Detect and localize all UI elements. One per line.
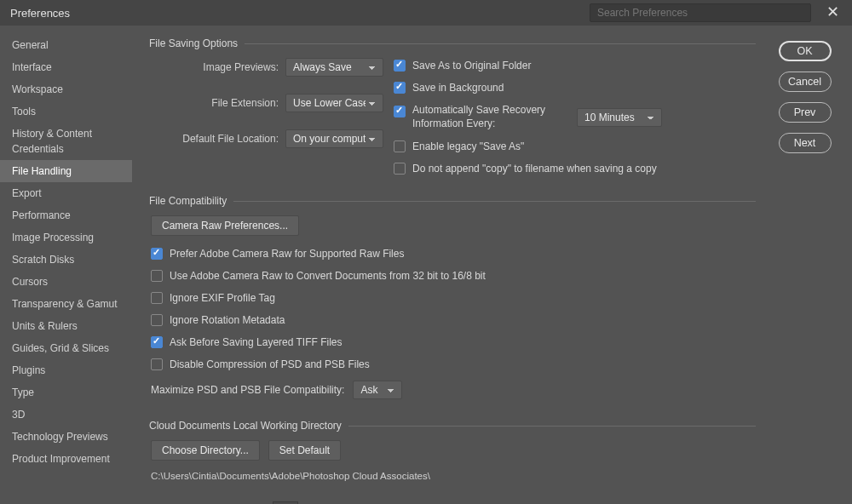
sidebar-item-technology-previews[interactable]: Technology Previews xyxy=(0,426,132,448)
camera-raw-preferences-button[interactable]: Camera Raw Preferences... xyxy=(151,215,299,236)
auto-save-interval-select[interactable]: 10 Minutes xyxy=(577,108,662,127)
file-saving-options-group: File Saving Options Image Previews: Alwa… xyxy=(147,37,756,180)
sidebar-item-units-rulers[interactable]: Units & Rulers xyxy=(0,315,132,337)
set-default-button[interactable]: Set Default xyxy=(268,440,341,461)
save-in-background-checkbox[interactable]: Save in Background xyxy=(394,82,662,94)
sidebar-item-image-processing[interactable]: Image Processing xyxy=(0,226,132,249)
ignore-rotation-checkbox[interactable]: Ignore Rotation Metadata xyxy=(151,314,752,326)
default-file-location-select[interactable]: On your computer xyxy=(285,129,383,148)
ok-button[interactable]: OK xyxy=(779,41,832,61)
cancel-button[interactable]: Cancel xyxy=(779,72,832,92)
sidebar-item-interface[interactable]: Interface xyxy=(0,56,132,78)
sidebar-item-plugins[interactable]: Plugins xyxy=(0,359,132,381)
image-previews-select[interactable]: Always Save xyxy=(285,58,383,77)
sidebar-item-export[interactable]: Export xyxy=(0,182,132,204)
sidebar-item-general[interactable]: General xyxy=(0,34,132,56)
preferences-sidebar: GeneralInterfaceWorkspaceToolsHistory & … xyxy=(0,26,132,504)
titlebar: Preferences ✕ xyxy=(0,0,852,26)
window-title: Preferences xyxy=(10,7,70,20)
prev-button[interactable]: Prev xyxy=(779,102,832,123)
sidebar-item-file-handling[interactable]: File Handling xyxy=(0,160,132,182)
sidebar-item-type[interactable]: Type xyxy=(0,381,132,404)
prefer-acr-checkbox[interactable]: Prefer Adobe Camera Raw for Supported Ra… xyxy=(151,248,752,260)
close-icon[interactable]: ✕ xyxy=(825,5,840,20)
image-previews-label: Image Previews: xyxy=(151,61,279,73)
default-file-location-label: Default File Location: xyxy=(151,133,279,145)
sidebar-item-cursors[interactable]: Cursors xyxy=(0,271,132,293)
file-saving-options-legend: File Saving Options xyxy=(147,37,245,49)
cloud-directory-path: C:\Users\Cintia\Documents\Adobe\Photosho… xyxy=(151,471,752,481)
ask-layered-tiff-checkbox[interactable]: Ask Before Saving Layered TIFF Files xyxy=(151,336,752,348)
sidebar-item-product-improvement[interactable]: Product Improvement xyxy=(0,448,132,470)
file-extension-label: File Extension: xyxy=(151,97,279,109)
dialog-button-column: OK Cancel Prev Next xyxy=(771,26,852,504)
choose-directory-button[interactable]: Choose Directory... xyxy=(151,440,260,461)
maximize-compat-select[interactable]: Ask xyxy=(353,381,402,399)
save-as-original-folder-checkbox[interactable]: Save As to Original Folder xyxy=(394,60,662,72)
ignore-exif-checkbox[interactable]: Ignore EXIF Profile Tag xyxy=(151,292,752,304)
sidebar-item-history-content-credentials[interactable]: History & Content Credentials xyxy=(0,123,132,160)
sidebar-item-3d[interactable]: 3D xyxy=(0,404,132,426)
sidebar-item-tools[interactable]: Tools xyxy=(0,100,132,123)
preferences-panel: File Saving Options Image Previews: Alwa… xyxy=(132,26,771,504)
file-compatibility-legend: File Compatibility xyxy=(147,195,233,207)
cloud-documents-group: Cloud Documents Local Working Directory … xyxy=(147,420,756,486)
sidebar-item-workspace[interactable]: Workspace xyxy=(0,78,132,100)
sidebar-item-transparency-gamut[interactable]: Transparency & Gamut xyxy=(0,293,132,315)
next-button[interactable]: Next xyxy=(779,133,832,153)
auto-save-recovery-checkbox[interactable]: Automatically Save Recovery Information … xyxy=(394,104,570,130)
search-preferences-input[interactable] xyxy=(590,3,811,22)
acr-convert-32bit-checkbox[interactable]: Use Adobe Camera Raw to Convert Document… xyxy=(151,270,752,282)
cloud-documents-legend: Cloud Documents Local Working Directory xyxy=(147,420,348,432)
maximize-compat-label: Maximize PSD and PSB File Compatibility: xyxy=(151,384,344,396)
disable-compression-checkbox[interactable]: Disable Compression of PSD and PSB Files xyxy=(151,358,752,370)
no-copy-suffix-checkbox[interactable]: Do not append "copy" to filename when sa… xyxy=(394,163,662,175)
enable-legacy-save-as-checkbox[interactable]: Enable legacy "Save As" xyxy=(394,140,662,152)
sidebar-item-scratch-disks[interactable]: Scratch Disks xyxy=(0,249,132,271)
file-compatibility-group: File Compatibility Camera Raw Preference… xyxy=(147,195,756,404)
file-extension-select[interactable]: Use Lower Case xyxy=(285,94,383,112)
sidebar-item-guides-grid-slices[interactable]: Guides, Grid & Slices xyxy=(0,337,132,359)
sidebar-item-performance[interactable]: Performance xyxy=(0,204,132,226)
